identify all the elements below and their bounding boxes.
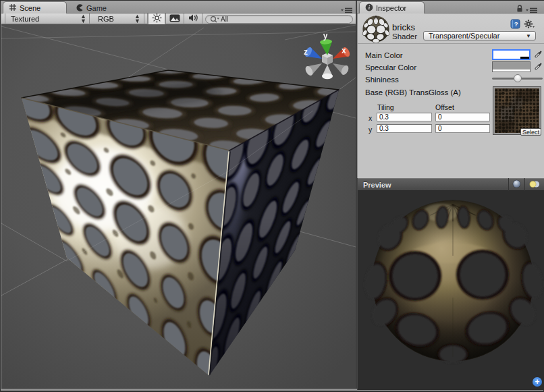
gizmo-z-label[interactable]: z: [304, 47, 308, 57]
search-input[interactable]: [221, 16, 335, 23]
material-ball-icon: [362, 15, 390, 43]
texture-thumbnail[interactable]: Select: [493, 86, 541, 135]
scene-viewport[interactable]: yxz: [1, 24, 356, 389]
scene-search-field[interactable]: [205, 15, 353, 24]
info-icon: i: [365, 2, 373, 14]
draw-mode-value: Textured: [11, 15, 39, 23]
scene-view[interactable]: yxz: [1, 24, 356, 389]
gear-button[interactable]: [524, 19, 535, 32]
help-button[interactable]: ?: [510, 19, 520, 32]
inspector-panel: bricks Shader Transparent/Specular ▼ ? M…: [357, 13, 544, 178]
draw-mode-arrows-icon: ▲▼: [80, 14, 86, 24]
shader-dropdown-arrow-icon: ▼: [526, 33, 531, 39]
color-mode-arrows-icon: ▲▼: [134, 14, 140, 24]
shader-dropdown[interactable]: Transparent/Specular ▼: [423, 31, 536, 40]
scene-grid-icon: [9, 2, 17, 14]
material-header: bricks Shader Transparent/Specular ▼ ?: [358, 13, 544, 44]
gizmo-y-label[interactable]: y: [323, 31, 328, 40]
main-color-label: Main Color: [365, 51, 403, 59]
tiling-y-label: y: [369, 125, 372, 134]
scene-audio-toggle[interactable]: [184, 13, 202, 24]
material-name: bricks: [392, 22, 415, 32]
search-icon: [210, 13, 219, 26]
inspector-tabbar: iInspector: [357, 1, 544, 13]
scene-skybox-toggle[interactable]: [166, 13, 184, 24]
tab-inspector-label: Inspector: [376, 4, 406, 12]
tab-scene-label: Scene: [20, 4, 40, 12]
audio-speaker-icon: [188, 13, 198, 25]
shader-value: Transparent/Specular: [429, 32, 499, 40]
preview-lighting-button[interactable]: [524, 178, 544, 191]
preview-lighting-icon: [528, 179, 541, 191]
preview-body[interactable]: [358, 192, 544, 390]
tab-scene[interactable]: Scene: [3, 1, 67, 13]
shininess-slider-thumb[interactable]: [514, 74, 522, 82]
tiling-x-label: x: [369, 114, 372, 122]
gizmo-x-label[interactable]: x: [342, 46, 346, 55]
preview-sphere-image[interactable]: [358, 192, 544, 390]
shininess-slider[interactable]: [492, 74, 543, 82]
help-icon: ?: [510, 19, 520, 32]
scene-tabbar: Scene Game: [1, 1, 357, 13]
render-image-icon: [169, 13, 180, 25]
color-mode-value: RGB: [98, 15, 114, 23]
tiling-label: Tiling: [377, 103, 394, 111]
preview-add-button[interactable]: +: [533, 377, 542, 387]
scene-lighting-toggle[interactable]: [148, 13, 165, 24]
main-color-eyedropper-icon[interactable]: [533, 49, 543, 60]
base-texture-label: Base (RGB) TransGloss (A): [365, 88, 461, 96]
texture-select-button[interactable]: Select: [520, 128, 541, 136]
tab-inspector[interactable]: iInspector: [359, 1, 425, 13]
material-preview-ball[interactable]: [362, 15, 390, 46]
scene-toolbar: Textured ▲▼ RGB ▲▼: [1, 13, 357, 24]
main-color-swatch[interactable]: [492, 49, 531, 60]
specular-color-eyedropper-icon[interactable]: [533, 61, 543, 72]
material-properties: Main Color Specular Color Shininess Base…: [358, 45, 544, 178]
offset-x-field[interactable]: [435, 113, 490, 121]
preview-sphere-icon: [512, 179, 521, 191]
shininess-label: Shininess: [365, 76, 399, 84]
tiling-y-field[interactable]: [377, 124, 432, 133]
preview-title: Preview: [363, 181, 508, 189]
tab-game-label: Game: [86, 4, 107, 12]
tiling-x-field[interactable]: [377, 113, 432, 121]
offset-label: Offset: [435, 103, 454, 111]
unity-editor-window: yxz Scene Game Textured ▲▼ RGB ▲▼: [0, 0, 544, 392]
lighting-sun-icon: [152, 13, 162, 26]
preview-sphere-button[interactable]: [508, 178, 524, 191]
specular-color-label: Specular Color: [365, 63, 416, 72]
svg-text:?: ?: [514, 20, 518, 28]
offset-y-field[interactable]: [435, 124, 490, 133]
shader-label: Shader: [392, 32, 417, 40]
preview-panel: Preview +: [357, 178, 544, 390]
specular-color-swatch[interactable]: [492, 61, 531, 72]
gear-icon: [524, 19, 535, 32]
preview-header[interactable]: Preview: [358, 178, 544, 191]
